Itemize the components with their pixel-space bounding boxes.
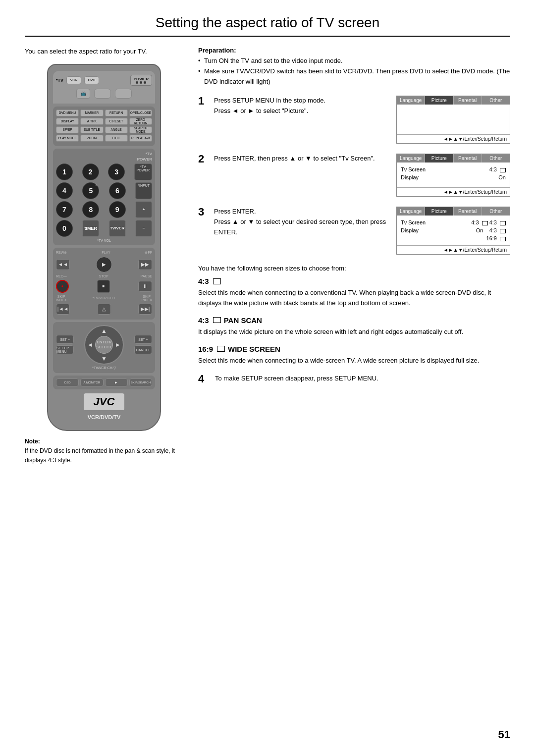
note-section: Note: If the DVD disc is not formatted i… (25, 437, 183, 466)
num-2-button[interactable]: 2 (82, 163, 99, 180)
nav-right-button[interactable]: ► (113, 340, 123, 350)
page-number: 51 (498, 728, 510, 741)
search-mode-button[interactable]: SEARCH MODE (129, 126, 152, 133)
display-button[interactable]: DISPLAY (56, 118, 79, 125)
power-button[interactable]: POWER (130, 75, 152, 86)
rew-button[interactable]: ◄◄ (56, 259, 70, 270)
nav-ring: ▲ ▼ ◄ ► ENTER/SELECT (84, 325, 124, 365)
num-7-button[interactable]: 7 (56, 201, 73, 218)
up-button[interactable]: △ (97, 304, 111, 315)
menu-header-picture: Picture (425, 96, 453, 105)
step-4: 4 To make SETUP screen disappear, press … (198, 374, 510, 384)
sub-title-button[interactable]: SUB TITLE (80, 126, 103, 133)
menu-panel-2: Language Picture Parental Other Tv Scree… (396, 154, 510, 197)
menu-row-tvscreen: Tv Screen 4:3 (401, 165, 506, 173)
dvd-menu-button[interactable]: DVD MENU (56, 109, 79, 116)
play-button[interactable]: ▶ (96, 257, 112, 272)
title-button[interactable]: TITLE (105, 135, 128, 142)
cancel-button[interactable]: CANCEL (134, 345, 152, 354)
sp-ep-button[interactable]: SP/EP (56, 126, 79, 133)
vcr-button[interactable]: VCR (66, 76, 81, 84)
tv-power-button[interactable]: *TVPOWER (134, 163, 152, 180)
size-43pan-title: 4:3 PAN SCAN (198, 316, 510, 324)
menu-header-other: Other (482, 96, 510, 105)
step-3-body: Press ENTER. Press ▲ or ▼ to select your… (214, 207, 389, 237)
num-9-button[interactable]: 9 (109, 201, 126, 218)
size-43pan-desc: It displays the wide picture on the whol… (198, 327, 510, 337)
step-3-number: 3 (198, 207, 209, 217)
dvd-button[interactable]: DVD (84, 76, 99, 84)
num-1-button[interactable]: 1 (56, 163, 73, 180)
minus-button[interactable]: − (135, 220, 152, 237)
angle-button[interactable]: ANGLE (105, 126, 128, 133)
menu-row-169: 16:9 (401, 234, 506, 242)
num-0-button[interactable]: 0 (56, 220, 73, 237)
slow-button[interactable]: ▶ (105, 378, 128, 386)
pause-button[interactable]: ⏸ (138, 281, 152, 292)
size-43-title: 4:3 (198, 277, 510, 285)
screen-sizes-heading: You have the following screen sizes to c… (198, 265, 510, 272)
return-button[interactable]: RETURN (105, 109, 128, 116)
step-1-number: 1 (198, 96, 209, 107)
remote-label: VCR/DVD/TV (53, 414, 155, 420)
zoom-button[interactable]: ZOOM (80, 135, 103, 142)
menu-row-display-3: Display On 4:3 (401, 226, 506, 234)
play-mode-button[interactable]: PLAY MODE (56, 135, 79, 142)
repeat-button[interactable]: REPEAT A-B (129, 135, 152, 142)
num-5-button[interactable]: 5° (82, 182, 99, 199)
skip-search-button[interactable]: SKIP/SEARCH (129, 378, 152, 386)
size-43-desc: Select this mode when connecting to a co… (198, 288, 510, 309)
tv-vcr-button[interactable]: TV/VCR (109, 220, 126, 237)
jvc-logo: JVC (84, 393, 125, 410)
osd-button[interactable]: OSD (56, 378, 79, 386)
size-169-title: 16:9 WIDE SCREEN (198, 345, 510, 353)
menu-footer-2: ◄►▲▼/Enter/Setup/Return (397, 187, 510, 196)
input-button[interactable]: *INPUT (135, 182, 152, 199)
preparation-section: Preparation: Turn ON the TV and set to t… (198, 47, 510, 87)
intro-text: You can select the aspect ratio for your… (25, 47, 183, 56)
timer-button[interactable]: tIMER (82, 220, 99, 237)
nav-up-button[interactable]: ▲ (99, 326, 109, 336)
tv-icon-btn[interactable]: 📺 (76, 89, 90, 99)
source-buttons: *TV VCR DVD (56, 76, 99, 84)
remote-control: *TV VCR DVD POWER 📺 (47, 64, 161, 431)
menu-footer-1: ◄►▲▼/Enter/Setup/Return (397, 134, 510, 143)
open-close-button[interactable]: OPEN/CLOSE (129, 109, 152, 116)
step-3: 3 Press ENTER. Press ▲ or ▼ to select yo… (198, 207, 510, 255)
dvd-icon-btn[interactable] (115, 89, 132, 99)
enter-select-button[interactable]: ENTER/SELECT (95, 336, 113, 354)
a-monitor-button[interactable]: A.MONITOR (80, 378, 103, 386)
menu-header-language: Language (397, 96, 425, 105)
size-169-desc: Select this mode when connecting to a wi… (198, 356, 510, 366)
num-3-button[interactable]: 3 (108, 163, 125, 180)
preparation-label: Preparation: (198, 47, 510, 54)
rec-button[interactable]: ● (56, 280, 69, 293)
menu-row-tvscreen-3: Tv Screen 4:3 4:3 (401, 218, 506, 226)
marker-button[interactable]: MARKER (80, 109, 103, 116)
set-minus-button[interactable]: SET − (56, 335, 74, 344)
ff-button[interactable]: ▶▶ (138, 259, 152, 270)
stop-button[interactable]: ■ (97, 280, 110, 293)
c-reset-button[interactable]: C.RESET (105, 118, 128, 125)
a-trk-button[interactable]: A.TRK (80, 118, 103, 125)
note-text: If the DVD disc is not formatted in the … (25, 446, 183, 465)
step-2: 2 Press ENTER, then press ▲ or ▼ to sele… (198, 154, 510, 197)
nav-left-button[interactable]: ◄ (85, 340, 95, 350)
zero-return-button[interactable]: ZERO RETURN (129, 118, 152, 125)
num-4-button[interactable]: 4 (56, 182, 73, 199)
menu-panel-3: Language Picture Parental Other Tv Scree… (396, 207, 510, 255)
vcr-icon-btn[interactable] (94, 89, 111, 99)
nav-down-button[interactable]: ▼ (99, 354, 109, 364)
menu-header-parental: Parental (454, 96, 482, 105)
num-8-button[interactable]: 8 (82, 201, 99, 218)
num-6-button[interactable]: 6 (109, 182, 126, 199)
plus-button[interactable]: + (135, 201, 152, 218)
note-title: Note: (25, 438, 40, 445)
step-4-body: To make SETUP screen disappear, press SE… (215, 374, 510, 384)
prep-item-2: Make sure TV/VCR/DVD switch has been sli… (198, 66, 510, 87)
set-plus-button[interactable]: SET + (134, 335, 152, 344)
screen-sizes-section: You have the following screen sizes to c… (198, 265, 510, 366)
setup-menu-button[interactable]: SET UP MENU (56, 345, 74, 354)
skip-prev-button[interactable]: |◄◄ (56, 304, 70, 315)
skip-next-button[interactable]: ▶▶| (138, 304, 152, 315)
